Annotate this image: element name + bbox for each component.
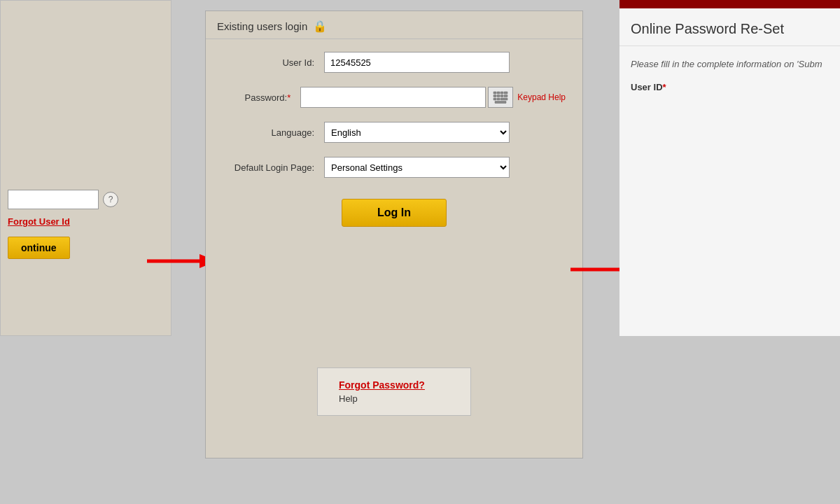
- userid-input[interactable]: [324, 52, 510, 73]
- forgot-userid-link[interactable]: Forgot User Id: [8, 216, 164, 227]
- svg-rect-6: [493, 95, 496, 97]
- keypad-help-link[interactable]: Keypad Help: [517, 92, 566, 102]
- lock-icon: 🔒: [313, 20, 327, 33]
- right-panel-bar: [620, 0, 840, 8]
- right-panel-desc: Please fill in the complete information …: [631, 59, 829, 69]
- default-page-row: Default Login Page: Personal Settings: [223, 157, 566, 178]
- svg-rect-11: [497, 98, 500, 100]
- svg-rect-12: [500, 98, 507, 100]
- svg-rect-4: [500, 92, 503, 94]
- svg-rect-5: [504, 92, 507, 94]
- userid-label: User Id:: [223, 57, 324, 68]
- form-area: User Id: Password:*: [206, 39, 582, 239]
- svg-rect-3: [497, 92, 500, 94]
- default-page-select[interactable]: Personal Settings: [324, 157, 510, 178]
- help-circle-button[interactable]: ?: [103, 192, 118, 207]
- svg-rect-7: [497, 95, 500, 97]
- svg-rect-2: [493, 92, 496, 94]
- left-userid-input[interactable]: [8, 190, 99, 209]
- continue-button[interactable]: ontinue: [8, 237, 70, 259]
- svg-rect-8: [500, 95, 503, 97]
- language-row: Language: English: [223, 122, 566, 143]
- default-page-label: Default Login Page:: [223, 162, 324, 173]
- help-circle-icon: ?: [108, 195, 113, 204]
- right-panel-title: Online Password Re-Set: [620, 8, 840, 46]
- right-panel: Online Password Re-Set Please fill in th…: [620, 0, 840, 336]
- password-row: Password:*: [223, 87, 566, 108]
- userid-row: User Id:: [223, 52, 566, 73]
- language-select[interactable]: English: [324, 122, 510, 143]
- main-login-panel: Existing users login 🔒 User Id: Password…: [205, 10, 583, 458]
- svg-rect-13: [495, 102, 506, 104]
- svg-rect-9: [504, 95, 507, 97]
- password-label: Password:*: [223, 92, 300, 103]
- keypad-button[interactable]: [488, 87, 513, 108]
- svg-rect-10: [493, 98, 496, 100]
- right-panel-body: Please fill in the complete information …: [620, 46, 840, 105]
- password-extras: Keypad Help: [300, 87, 566, 108]
- login-button[interactable]: Log In: [342, 199, 447, 227]
- panel-title: Existing users login: [217, 20, 307, 32]
- bottom-box: Forgot Password? Help: [317, 368, 471, 416]
- bottom-links: Forgot Password? Help: [206, 368, 582, 416]
- login-btn-row: Log In: [223, 192, 566, 227]
- help-text: Help: [339, 393, 358, 404]
- language-label: Language:: [223, 127, 324, 138]
- right-panel-userid-label: User ID*: [631, 82, 829, 92]
- password-input[interactable]: [300, 87, 486, 108]
- forgot-password-link[interactable]: Forgot Password?: [339, 379, 449, 391]
- left-panel: ? Forgot User Id ontinue: [0, 0, 172, 336]
- left-input-row: ?: [8, 190, 164, 209]
- panel-header: Existing users login 🔒: [206, 11, 582, 39]
